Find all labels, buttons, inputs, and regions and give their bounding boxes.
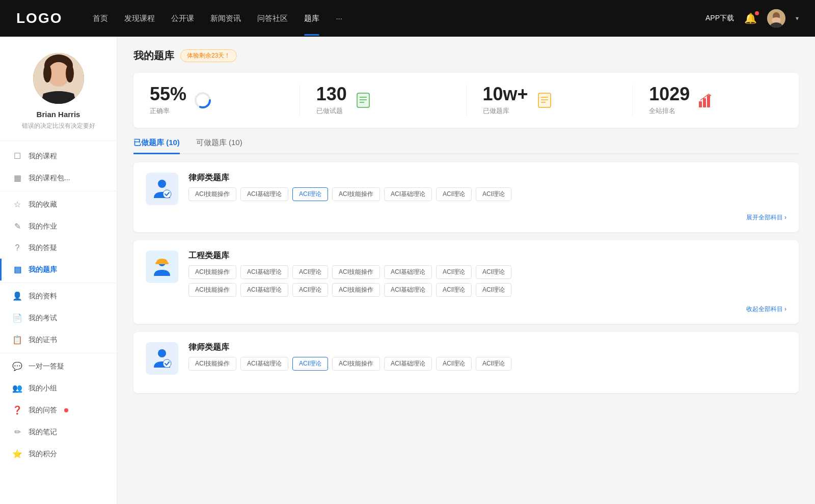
sidebar-item-my-profile[interactable]: 👤 我的资料 <box>0 285 117 307</box>
tag-2-r2-4[interactable]: ACI基础理论 <box>384 283 432 297</box>
nav-right: APP下载 🔔 ▾ <box>705 9 799 27</box>
stat-done-banks-value: 10w+ <box>483 85 528 103</box>
sidebar-item-my-course[interactable]: ☐ 我的课程 <box>0 145 117 167</box>
notification-dot <box>755 11 759 15</box>
sidebar-menu: ☐ 我的课程 ▦ 我的课程包... ☆ 我的收藏 ✎ 我的作业 ? 我的答疑 ▤ <box>0 141 117 469</box>
tag-2-r2-2[interactable]: ACI理论 <box>292 283 328 297</box>
correct-rate-icon <box>193 90 213 110</box>
main-content: 我的题库 体验剩余23天！ 55% 正确率 <box>117 37 815 504</box>
svg-rect-29 <box>155 262 169 264</box>
sidebar-my-homework-label: 我的作业 <box>29 222 57 231</box>
tag-1-6[interactable]: ACI理论 <box>476 187 511 201</box>
nav-discover[interactable]: 发现课程 <box>124 14 155 23</box>
tag-2-6[interactable]: ACI理论 <box>476 265 511 279</box>
group-icon: 👥 <box>12 383 22 393</box>
bank-icon: ▤ <box>12 265 22 274</box>
tag-2-3[interactable]: ACI技能操作 <box>332 265 380 279</box>
trial-badge: 体验剩余23天！ <box>180 49 237 62</box>
bank-card-2-tags-row2: ACI技能操作 ACI基础理论 ACI理论 ACI技能操作 ACI基础理论 AC… <box>188 283 786 297</box>
nav-qa[interactable]: 问答社区 <box>257 14 288 23</box>
tag-2-4[interactable]: ACI基础理论 <box>384 265 432 279</box>
svg-point-27 <box>163 190 171 198</box>
page-title: 我的题库 <box>133 49 174 63</box>
favorites-icon: ☆ <box>12 200 22 209</box>
sidebar-avatar-inner <box>33 53 84 104</box>
tag-2-2[interactable]: ACI理论 <box>292 265 328 279</box>
tag-2-5[interactable]: ACI理论 <box>436 265 472 279</box>
sidebar-item-my-points[interactable]: ⭐ 我的积分 <box>0 443 117 465</box>
notes-icon: ✏ <box>12 427 22 437</box>
nav-more[interactable]: ··· <box>336 14 342 23</box>
tag-1-2[interactable]: ACI理论 <box>292 187 328 201</box>
tag-2-0[interactable]: ACI技能操作 <box>188 265 236 279</box>
sidebar-item-my-homework[interactable]: ✎ 我的作业 <box>0 215 117 237</box>
tag-3-5[interactable]: ACI理论 <box>436 357 472 371</box>
bank-card-1-expand[interactable]: 展开全部科目 <box>746 213 786 222</box>
svg-rect-13 <box>357 93 369 107</box>
stat-correct-rate-text: 55% 正确率 <box>150 85 186 116</box>
stat-done-banks: 10w+ 已做题库 <box>467 85 633 116</box>
sidebar-item-my-certificate[interactable]: 📋 我的证书 <box>0 329 117 351</box>
user-menu-chevron-icon[interactable]: ▾ <box>796 15 799 22</box>
tag-3-4[interactable]: ACI基础理论 <box>384 357 432 371</box>
done-banks-icon <box>534 90 555 110</box>
tab-available-banks[interactable]: 可做题库 (10) <box>196 138 242 154</box>
stat-done-questions: 130 已做试题 <box>300 85 467 116</box>
page-wrapper: Brian Harris 错误的决定比没有决定要好 ☐ 我的课程 ▦ 我的课程包… <box>0 37 815 504</box>
sidebar-item-my-favorites[interactable]: ☆ 我的收藏 <box>0 193 117 215</box>
sidebar-item-my-questions[interactable]: ? 我的答疑 <box>0 237 117 259</box>
tag-2-r2-1[interactable]: ACI基础理论 <box>240 283 288 297</box>
sidebar-my-favorites-label: 我的收藏 <box>29 200 57 209</box>
sidebar-my-group-label: 我的小组 <box>29 384 57 393</box>
notification-bell-icon[interactable]: 🔔 <box>744 12 757 24</box>
sidebar-item-one-on-one[interactable]: 💬 一对一答疑 <box>0 355 117 377</box>
course-icon: ☐ <box>12 151 22 161</box>
tag-3-0[interactable]: ACI技能操作 <box>188 357 236 371</box>
tag-1-5[interactable]: ACI理论 <box>436 187 472 201</box>
tag-1-1[interactable]: ACI基础理论 <box>240 187 288 201</box>
done-questions-icon <box>353 90 373 110</box>
bank-card-2-tags-row1: ACI技能操作 ACI基础理论 ACI理论 ACI技能操作 ACI基础理论 AC… <box>188 265 786 279</box>
tag-2-r2-6[interactable]: ACI理论 <box>476 283 511 297</box>
tag-2-r2-0[interactable]: ACI技能操作 <box>188 283 236 297</box>
tag-1-3[interactable]: ACI技能操作 <box>332 187 380 201</box>
sidebar-item-my-group[interactable]: 👥 我的小组 <box>0 377 117 399</box>
bank-card-3-tags: ACI技能操作 ACI基础理论 ACI理论 ACI技能操作 ACI基础理论 AC… <box>188 357 786 371</box>
avatar[interactable] <box>767 9 785 27</box>
bank-card-2-body: 工程类题库 ACI技能操作 ACI基础理论 ACI理论 ACI技能操作 ACI基… <box>188 250 786 297</box>
tag-2-r2-3[interactable]: ACI技能操作 <box>332 283 380 297</box>
sidebar-profile: Brian Harris 错误的决定比没有决定要好 <box>0 37 117 141</box>
stat-done-banks-text: 10w+ 已做题库 <box>483 85 528 116</box>
tab-done-banks[interactable]: 已做题库 (10) <box>133 138 180 154</box>
tag-2-r2-5[interactable]: ACI理论 <box>436 283 472 297</box>
sidebar-my-notes-label: 我的笔记 <box>29 428 57 437</box>
sidebar-item-my-exam[interactable]: 📄 我的考试 <box>0 307 117 329</box>
stat-site-rank-value: 1029 <box>649 85 690 103</box>
tag-1-0[interactable]: ACI技能操作 <box>188 187 236 201</box>
tag-3-3[interactable]: ACI技能操作 <box>332 357 380 371</box>
bank-card-1-tags: ACI技能操作 ACI基础理论 ACI理论 ACI技能操作 ACI基础理论 AC… <box>188 187 786 201</box>
tag-1-4[interactable]: ACI基础理论 <box>384 187 432 201</box>
questions-icon: ? <box>12 243 22 253</box>
sidebar-item-my-notes[interactable]: ✏ 我的笔记 <box>0 421 117 443</box>
bank-card-1-header: 律师类题库 ACI技能操作 ACI基础理论 ACI理论 ACI技能操作 ACI基… <box>146 173 786 205</box>
sidebar-item-my-course-pkg[interactable]: ▦ 我的课程包... <box>0 167 117 189</box>
sidebar-item-my-qa[interactable]: ❓ 我的问答 <box>0 399 117 421</box>
bank-card-2-collapse[interactable]: 收起全部科目 <box>746 305 786 314</box>
nav-home[interactable]: 首页 <box>93 14 108 23</box>
nav-news[interactable]: 新闻资讯 <box>210 14 241 23</box>
sidebar-item-my-bank[interactable]: ▤ 我的题库 <box>0 259 117 281</box>
tag-3-6[interactable]: ACI理论 <box>476 357 511 371</box>
app-download-button[interactable]: APP下载 <box>705 14 734 23</box>
one-on-one-icon: 💬 <box>12 361 22 371</box>
nav-open-course[interactable]: 公开课 <box>171 14 194 23</box>
tag-2-1[interactable]: ACI基础理论 <box>240 265 288 279</box>
logo[interactable]: LOGO <box>16 10 62 26</box>
tag-3-2[interactable]: ACI理论 <box>292 357 328 371</box>
stat-done-questions-text: 130 已做试题 <box>316 85 347 116</box>
bank-card-3: 律师类题库 ACI技能操作 ACI基础理论 ACI理论 ACI技能操作 ACI基… <box>133 332 799 393</box>
sidebar-my-course-pkg-label: 我的课程包... <box>29 174 70 183</box>
tag-3-1[interactable]: ACI基础理论 <box>240 357 288 371</box>
sidebar-my-course-label: 我的课程 <box>29 152 57 161</box>
nav-question-bank[interactable]: 题库 <box>304 14 319 23</box>
